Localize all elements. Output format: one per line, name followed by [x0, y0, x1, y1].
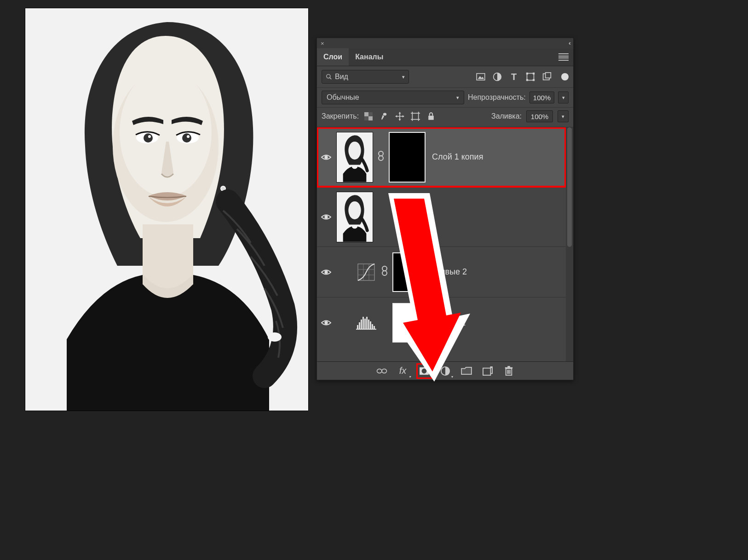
lock-transparency-icon[interactable] — [363, 111, 374, 121]
curves-adjustment-icon[interactable] — [356, 262, 377, 283]
svg-rect-21 — [533, 79, 535, 81]
svg-point-45 — [379, 151, 383, 156]
svg-point-57 — [382, 271, 387, 275]
lock-position-icon[interactable] — [395, 111, 405, 121]
chevron-down-icon: ▾ — [456, 95, 459, 101]
svg-rect-14 — [477, 74, 485, 80]
filter-smart-icon[interactable] — [542, 72, 552, 82]
layer-row[interactable]: Кривые 2 — [317, 247, 566, 297]
tab-channels[interactable]: Каналы — [349, 48, 390, 66]
svg-point-56 — [382, 266, 387, 271]
svg-rect-81 — [507, 366, 510, 367]
levels-adjustment-icon[interactable] — [356, 312, 377, 333]
svg-point-27 — [383, 113, 387, 116]
filter-type-icon[interactable]: T — [509, 72, 519, 82]
delete-layer-icon[interactable] — [503, 365, 515, 377]
layer-name[interactable]: Уровни 1 — [428, 318, 466, 328]
layer-row[interactable]: Уровни 1 — [317, 297, 566, 348]
filter-type-dropdown[interactable]: Вид ▾ — [322, 70, 409, 84]
svg-rect-75 — [483, 368, 490, 375]
link-icon[interactable] — [380, 266, 389, 278]
panel-topbar: × ‹‹ — [317, 38, 573, 48]
chevron-down-icon: ▾ — [402, 74, 405, 80]
link-layers-icon[interactable] — [376, 365, 388, 377]
lock-all-icon[interactable] — [426, 111, 436, 121]
new-group-icon[interactable] — [460, 365, 472, 377]
layer-thumbnail[interactable] — [336, 132, 373, 183]
fill-label: Заливка: — [491, 112, 522, 120]
layer-name[interactable]: Слой 1 копия — [429, 152, 483, 162]
panel-menu-icon[interactable] — [558, 53, 569, 61]
new-layer-icon[interactable] — [482, 365, 494, 377]
svg-point-50 — [324, 270, 328, 274]
close-icon[interactable]: × — [321, 40, 324, 47]
lock-paint-icon[interactable] — [379, 111, 389, 121]
panel-tabs: Слои Каналы — [317, 48, 573, 66]
blend-mode-dropdown[interactable]: Обычные ▾ — [322, 91, 464, 104]
svg-point-58 — [324, 321, 328, 324]
svg-point-11 — [268, 332, 282, 342]
layer-mask-thumbnail[interactable] — [392, 252, 425, 292]
blend-mode-value: Обычные — [327, 93, 359, 102]
svg-rect-62 — [362, 317, 364, 329]
svg-point-7 — [148, 135, 151, 138]
visibility-eye-icon[interactable] — [321, 269, 331, 276]
filter-shape-icon[interactable] — [525, 72, 535, 82]
layers-panel: × ‹‹ Слои Каналы Вид ▾ T Обычные — [316, 38, 574, 380]
svg-point-73 — [421, 368, 426, 373]
canvas-image[interactable] — [25, 8, 308, 411]
svg-point-47 — [324, 215, 328, 218]
svg-point-12 — [327, 74, 330, 78]
filter-toggle-icon[interactable] — [561, 73, 569, 80]
link-icon[interactable] — [377, 151, 385, 163]
svg-rect-67 — [372, 324, 373, 329]
svg-rect-68 — [374, 326, 375, 329]
svg-point-70 — [377, 369, 382, 373]
svg-point-71 — [382, 369, 387, 373]
collapse-icon[interactable]: ‹‹ — [569, 40, 570, 46]
filter-row: Вид ▾ T — [317, 66, 573, 88]
panel-bottom-toolbar: fx▾ ▾ — [317, 361, 573, 380]
opacity-dropdown-icon[interactable]: ▾ — [558, 91, 569, 103]
svg-rect-65 — [368, 320, 369, 329]
layer-row[interactable] — [317, 187, 566, 247]
svg-point-5 — [144, 133, 153, 143]
svg-rect-59 — [357, 325, 358, 329]
layer-name[interactable]: Кривые 2 — [428, 267, 467, 277]
visibility-eye-icon[interactable] — [321, 213, 331, 221]
svg-rect-19 — [533, 73, 535, 74]
svg-point-44 — [348, 141, 361, 159]
layer-mask-thumbnail[interactable] — [389, 132, 426, 183]
svg-rect-18 — [526, 73, 528, 74]
blend-row: Обычные ▾ Непрозрачность: 100% ▾ — [317, 88, 573, 108]
tab-layers[interactable]: Слои — [317, 48, 349, 66]
svg-rect-60 — [359, 322, 360, 329]
svg-rect-32 — [412, 113, 418, 119]
fill-input[interactable]: 100% — [526, 110, 553, 122]
lock-artboard-icon[interactable] — [410, 111, 420, 121]
visibility-eye-icon[interactable] — [321, 154, 331, 161]
layer-thumbnail[interactable] — [336, 192, 373, 242]
layer-mask-thumbnail[interactable] — [392, 303, 425, 343]
add-mask-icon[interactable] — [418, 365, 430, 377]
svg-rect-23 — [546, 73, 551, 78]
svg-rect-20 — [526, 79, 528, 81]
scrollbar[interactable] — [566, 127, 573, 361]
visibility-eye-icon[interactable] — [321, 319, 331, 326]
lock-row: Закрепить: Заливка: 100% ▾ — [317, 108, 573, 127]
layer-row[interactable]: Слой 1 копия — [317, 127, 566, 187]
new-adjustment-icon[interactable]: ▾ — [439, 365, 451, 377]
filter-adjustment-icon[interactable] — [492, 72, 502, 82]
layer-fx-icon[interactable]: fx▾ — [397, 365, 409, 377]
filter-image-icon[interactable] — [476, 72, 486, 82]
svg-rect-41 — [428, 116, 434, 120]
svg-rect-61 — [361, 320, 362, 329]
svg-point-42 — [324, 155, 328, 159]
svg-rect-25 — [364, 112, 368, 116]
search-icon — [326, 74, 332, 80]
opacity-input[interactable]: 100% — [529, 91, 555, 103]
fill-dropdown-icon[interactable]: ▾ — [558, 110, 569, 122]
opacity-label: Непрозрачность: — [468, 93, 526, 102]
svg-rect-80 — [505, 367, 512, 368]
svg-point-8 — [187, 135, 190, 138]
